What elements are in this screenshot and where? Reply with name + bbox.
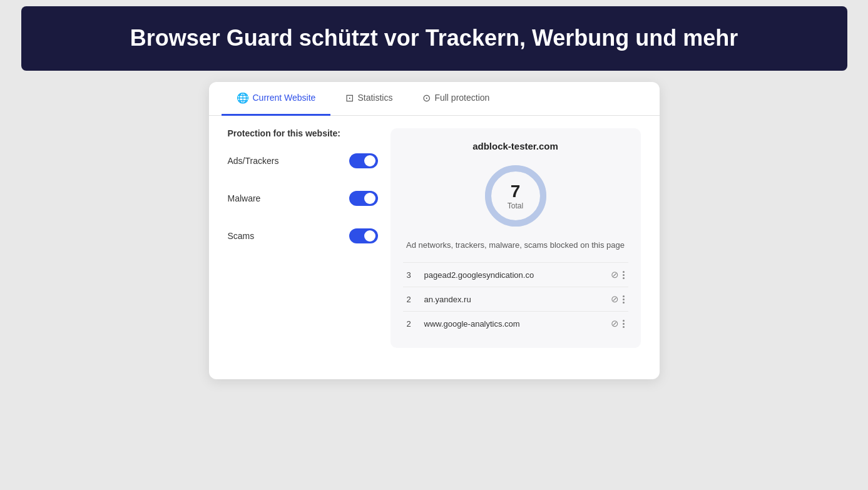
blocked-actions-3: ⊘ (611, 318, 625, 329)
malware-toggle[interactable] (349, 191, 378, 206)
shield-icon: ⊙ (422, 92, 431, 104)
right-panel: adblock-tester.com 7 Total Ad net (391, 128, 641, 349)
blocked-actions-2: ⊘ (611, 293, 625, 305)
blocked-count-2: 2 (407, 295, 419, 304)
content-area: Protection for this website: Ads/Tracker… (209, 116, 660, 361)
donut-text: 7 Total (508, 181, 523, 210)
block-icon-1[interactable]: ⊘ (611, 269, 619, 280)
blocked-item: 2 www.google-analytics.com ⊘ (403, 311, 628, 335)
protection-title: Protection for this website: (228, 128, 378, 138)
scams-toggle[interactable] (349, 228, 378, 243)
blocked-count-1: 3 (407, 270, 419, 280)
ads-trackers-label: Ads/Trackers (228, 156, 279, 166)
more-icon-3[interactable] (623, 319, 625, 329)
chart-icon: ⊡ (345, 92, 354, 104)
popup-container: 🌐 Current Website ⊡ Statistics ⊙ Full pr… (209, 82, 660, 380)
tab-current-website-label: Current Website (253, 93, 316, 103)
block-icon-2[interactable]: ⊘ (611, 293, 619, 305)
blocked-domain-3: www.google-analytics.com (424, 319, 611, 329)
header-banner: Browser Guard schützt vor Trackern, Werb… (21, 6, 847, 71)
total-blocked-number: 7 (508, 181, 523, 202)
tab-statistics-label: Statistics (357, 93, 392, 103)
scams-row: Scams (228, 228, 378, 243)
blocked-domain-2: an.yandex.ru (424, 295, 611, 304)
tab-statistics[interactable]: ⊡ Statistics (330, 82, 407, 116)
blocked-domain-1: pagead2.googlesyndication.co (424, 270, 611, 280)
tab-full-protection[interactable]: ⊙ Full protection (407, 82, 504, 116)
globe-icon: 🌐 (237, 92, 249, 104)
block-icon-3[interactable]: ⊘ (611, 318, 619, 329)
blocked-description: Ad networks, trackers, malware, scams bl… (403, 239, 628, 252)
more-icon-1[interactable] (623, 270, 625, 280)
malware-label: Malware (228, 193, 261, 203)
total-label: Total (508, 202, 523, 210)
blocked-actions-1: ⊘ (611, 269, 625, 280)
blocked-list: 3 pagead2.googlesyndication.co ⊘ 2 an.ya… (403, 262, 628, 335)
tabs-bar: 🌐 Current Website ⊡ Statistics ⊙ Full pr… (209, 82, 660, 116)
site-domain: adblock-tester.com (403, 141, 628, 151)
left-panel: Protection for this website: Ads/Tracker… (228, 128, 391, 349)
malware-row: Malware (228, 191, 378, 206)
tab-current-website[interactable]: 🌐 Current Website (222, 82, 331, 116)
header-title: Browser Guard schützt vor Trackern, Werb… (46, 24, 822, 53)
more-icon-2[interactable] (623, 294, 625, 304)
ads-trackers-row: Ads/Trackers (228, 153, 378, 168)
blocked-item: 2 an.yandex.ru ⊘ (403, 287, 628, 311)
donut-chart-container: 7 Total (403, 161, 628, 230)
tab-full-protection-label: Full protection (434, 93, 489, 103)
blocked-item: 3 pagead2.googlesyndication.co ⊘ (403, 262, 628, 287)
scams-label: Scams (228, 231, 255, 241)
ads-trackers-toggle[interactable] (349, 153, 378, 168)
donut-chart: 7 Total (481, 161, 550, 230)
blocked-count-3: 2 (407, 319, 419, 329)
